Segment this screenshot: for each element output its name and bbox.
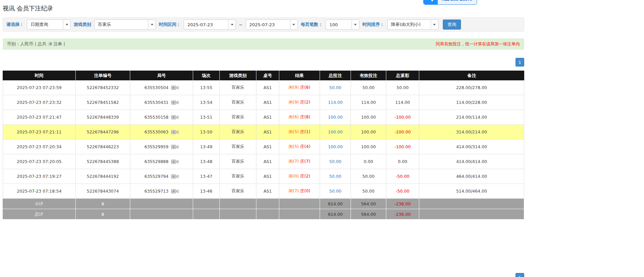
- result-player: 闲(5): [289, 144, 299, 149]
- page-button-1[interactable]: 1: [515, 273, 524, 277]
- table-row[interactable]: 2025-07-23 07:18:54522678443074635529713…: [3, 184, 524, 199]
- cell-total-bet: 50.00: [320, 80, 351, 95]
- chevron-down-icon[interactable]: [290, 20, 297, 29]
- share-nodes-icon: [424, 0, 438, 4]
- column-header-9: 总派彩: [386, 71, 419, 80]
- date-to-picker[interactable]: 2025-07-23: [246, 19, 298, 30]
- total-bet-link[interactable]: 100.00: [328, 115, 343, 120]
- cell-valid-bet: 50.00: [351, 184, 386, 199]
- table-row[interactable]: 2025-07-23 07:20:05522678445388635529888…: [3, 154, 524, 169]
- date-from-picker[interactable]: 2025-07-23: [184, 19, 236, 30]
- column-header-5: 桌号: [256, 71, 279, 80]
- cell-game-type: 百家乐: [220, 169, 256, 184]
- pagination-bottom: 1: [3, 273, 524, 277]
- table-row[interactable]: 2025-07-23 07:23:59522678452332635530504…: [3, 80, 524, 95]
- page-size-select[interactable]: 100: [326, 19, 359, 30]
- chevron-down-icon[interactable]: [148, 20, 155, 29]
- total-bet-link[interactable]: 50.00: [329, 85, 342, 90]
- cell-time: 2025-07-23 07:21:47: [3, 110, 76, 125]
- page-button-1[interactable]: 1: [515, 58, 524, 67]
- result-player: 闲(6): [289, 114, 299, 119]
- table-row[interactable]: 2025-07-23 07:21:47522678448339635530158…: [3, 110, 524, 125]
- footer-empty: [220, 199, 256, 209]
- round-id: 635529959: [144, 144, 169, 149]
- cell-result: 闲(5) 庄(1): [279, 125, 320, 140]
- footer-empty: [130, 209, 193, 220]
- cell-bet-id: 522678452332: [76, 80, 130, 95]
- cell-valid-bet: 50.00: [351, 80, 386, 95]
- round-id: 635530431: [144, 100, 169, 105]
- video-replay-icon[interactable]: [171, 129, 179, 135]
- date-to-value: 2025-07-23: [246, 20, 290, 29]
- cell-total-bet: 100.00: [320, 110, 351, 125]
- total-bet-link[interactable]: 50.00: [329, 174, 342, 179]
- footer-label: 总计: [3, 209, 76, 220]
- total-bet-link[interactable]: 50.00: [329, 159, 342, 164]
- video-replay-icon[interactable]: [171, 100, 179, 106]
- result-banker: 庄(7): [300, 159, 310, 164]
- cell-result: 闲(7) 庄(7): [279, 154, 320, 169]
- result-banker: 庄(8): [300, 85, 310, 90]
- table-row[interactable]: 2025-07-23 07:21:11522678447296635530063…: [3, 125, 524, 140]
- currency-summary: 币别：人民币 | 总共 :8 注单 |: [7, 41, 65, 47]
- result-player: 闲(7): [289, 159, 299, 164]
- cell-bet-id: 522678445388: [76, 154, 130, 169]
- chevron-down-icon[interactable]: [63, 20, 70, 29]
- result-banker: 庄(0): [300, 188, 310, 193]
- video-replay-icon[interactable]: [171, 173, 179, 180]
- total-bet-link[interactable]: 114.00: [328, 100, 343, 105]
- cell-bet-id: 522678447296: [76, 125, 130, 140]
- cell-result: 闲(9) 庄(2): [279, 95, 320, 110]
- upload-dropzone[interactable]: 拖拽至此上传: [423, 0, 477, 5]
- chevron-down-icon[interactable]: [352, 20, 359, 29]
- query-type-value: 日期查询: [27, 20, 63, 29]
- video-replay-icon[interactable]: [171, 144, 179, 150]
- cell-session: 13-51: [193, 110, 220, 125]
- cell-total-bet: 114.00: [320, 95, 351, 110]
- cell-remark: 514.00/464.00: [419, 184, 524, 199]
- result-banker: 庄(1): [300, 129, 310, 134]
- cell-valid-bet: 50.00: [351, 169, 386, 184]
- footer-valid-bet: 564.00: [351, 209, 386, 220]
- table-body: 2025-07-23 07:23:59522678452332635530504…: [3, 80, 524, 199]
- sort-select[interactable]: 降幂(由大到小): [387, 19, 438, 30]
- footer-empty: [220, 209, 256, 220]
- cell-game-type: 百家乐: [220, 95, 256, 110]
- table-header-row: 时间注单编号局号场次游戏类别桌号结果总投注有效投注总派彩备注: [3, 71, 524, 80]
- cell-valid-bet: 100.00: [351, 125, 386, 140]
- game-type-select[interactable]: 百家乐: [94, 19, 156, 30]
- column-header-7: 总投注: [320, 71, 351, 80]
- column-header-6: 结果: [279, 71, 320, 80]
- cell-remark: 414.00/314.00: [419, 140, 524, 154]
- total-bet-link[interactable]: 100.00: [328, 129, 343, 134]
- table-row[interactable]: 2025-07-23 07:19:27522678444192635529794…: [3, 169, 524, 184]
- cell-remark: 314.00/214.00: [419, 125, 524, 140]
- cell-time: 2025-07-23 07:20:05: [3, 154, 76, 169]
- query-type-select[interactable]: 日期查询: [27, 19, 71, 30]
- total-bet-link[interactable]: 100.00: [328, 144, 343, 149]
- chevron-down-icon[interactable]: [228, 20, 236, 29]
- footer-empty: [130, 199, 193, 209]
- page-size-value: 100: [326, 20, 352, 29]
- cell-table-id: AS1: [256, 80, 279, 95]
- video-replay-icon[interactable]: [171, 85, 179, 91]
- video-replay-icon[interactable]: [171, 114, 179, 120]
- search-button[interactable]: 查询: [443, 19, 461, 30]
- table-row[interactable]: 2025-07-23 07:23:32522678451582635530431…: [3, 95, 524, 110]
- filter-bar: 请选择： 日期查询 游戏类别 百家乐 时间区间： 2025-07-23 ~ 20…: [3, 17, 524, 32]
- column-header-3: 场次: [193, 71, 220, 80]
- subtotal-row: 小计8614.00564.00-236.00: [3, 199, 524, 209]
- cell-bet-id: 522678443074: [76, 184, 130, 199]
- result-player: 闲(9): [289, 85, 299, 90]
- footer-payout: -236.00: [386, 209, 419, 220]
- chevron-down-icon[interactable]: [431, 20, 438, 29]
- cell-remark: 214.00/114.00: [419, 110, 524, 125]
- video-replay-icon[interactable]: [171, 188, 179, 194]
- cell-time: 2025-07-23 07:23:32: [3, 95, 76, 110]
- video-replay-icon[interactable]: [171, 159, 179, 165]
- cell-result: 闲(7) 庄(0): [279, 184, 320, 199]
- cell-session: 13-49: [193, 140, 220, 154]
- total-bet-link[interactable]: 50.00: [329, 189, 342, 194]
- table-footer: 小计8614.00564.00-236.00总计8614.00564.00-23…: [3, 199, 524, 220]
- table-row[interactable]: 2025-07-23 07:20:34522678446223635529959…: [3, 140, 524, 154]
